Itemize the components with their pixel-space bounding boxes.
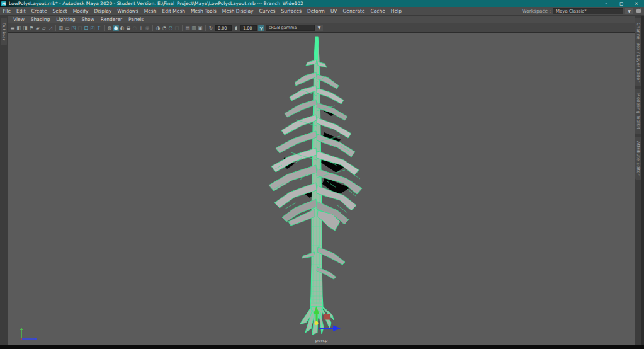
grease-pencil-frame-icon[interactable]: ▱ — [41, 25, 47, 31]
panel-icon-toolbar: ▬ ◧ ◨ ⚑ ▰ ▱ ◿ ⊞ ▭ ◳ ▢ ⊡ ◰ T ◍ ● ◐ ◒ ◌ + … — [8, 23, 635, 33]
menu-file[interactable]: File — [0, 7, 14, 16]
view-transform-arrow-icon[interactable]: ▼ — [315, 25, 323, 31]
default-light-icon[interactable]: + — [138, 25, 144, 31]
layout-four-pane-icon[interactable]: ⊞ — [58, 25, 64, 31]
menu-modify[interactable]: Modify — [70, 7, 91, 16]
grease-pencil-clear-icon[interactable]: ◿ — [47, 25, 54, 31]
menu-help[interactable]: Help — [388, 7, 404, 16]
menu-cache[interactable]: Cache — [368, 7, 388, 16]
menu-deform[interactable]: Deform — [304, 7, 327, 16]
right-panel-strip: Channel Box / Layer Editor Modeling Tool… — [635, 16, 641, 345]
menu-edit-mesh[interactable]: Edit Mesh — [159, 7, 188, 16]
maximize-button[interactable]: ◻ — [614, 0, 629, 7]
menu-windows[interactable]: Windows — [115, 7, 141, 16]
perspective-viewport[interactable]: persp — [8, 33, 635, 345]
view-transform-dropdown[interactable]: sRGB gamma — [266, 25, 315, 31]
tab-attribute-editor[interactable]: Attribute Editor — [635, 137, 641, 180]
toolbar-divider — [104, 25, 105, 31]
layout-three-pane-icon[interactable]: ▢ — [77, 25, 83, 31]
toolbar-divider — [152, 25, 153, 31]
maya-logo-icon: M — [1, 1, 6, 6]
workspace-dropdown-arrow-icon[interactable]: ▼ — [625, 8, 633, 14]
gamma-field[interactable]: 1.00 — [240, 25, 257, 31]
gate-mask-icon[interactable]: ▣ — [197, 25, 203, 31]
minimize-button[interactable]: – — [599, 0, 614, 7]
grease-pencil-icon[interactable]: ▰ — [35, 25, 41, 31]
panel-menu-bar: View Shading Lighting Show Renderer Pane… — [8, 16, 635, 23]
work-area: Outliner View Shading Lighting Show Rend… — [0, 16, 644, 345]
menu-curves[interactable]: Curves — [256, 7, 278, 16]
gamma-icon[interactable]: ◖ — [233, 25, 239, 31]
menu-select[interactable]: Select — [50, 7, 70, 16]
menu-generate[interactable]: Generate — [340, 7, 368, 16]
main-menu-bar: File Edit Create Select Modify Display W… — [0, 7, 644, 16]
bottom-bar — [0, 345, 644, 349]
workspace-dropdown[interactable]: Maya Classic* — [553, 8, 623, 14]
workspace-lock-icon[interactable] — [636, 9, 641, 13]
menu-mesh-display[interactable]: Mesh Display — [219, 7, 256, 16]
tree-top-spike — [315, 37, 318, 60]
view-axis-icon — [20, 328, 37, 340]
tree-branches-left — [269, 60, 317, 258]
wireframe-mode-icon[interactable]: ◍ — [106, 25, 113, 31]
film-gate-icon[interactable]: ▤ — [184, 25, 191, 31]
title-bar: M LowPolysLayout.mb* - Autodesk Maya 202… — [0, 0, 644, 7]
menu-edit[interactable]: Edit — [14, 7, 29, 16]
toolbar-divider — [55, 25, 56, 31]
close-button[interactable]: × — [629, 0, 644, 7]
layout-text-icon[interactable]: T — [96, 25, 102, 31]
camera-label: persp — [315, 338, 328, 343]
manipulator-x-handle[interactable] — [324, 314, 330, 320]
menu-mesh-tools[interactable]: Mesh Tools — [188, 7, 220, 16]
view-transform-icon[interactable]: γ — [258, 25, 264, 31]
layout-outliner-icon[interactable]: ◰ — [89, 25, 96, 31]
isolate-select-icon[interactable]: ○ — [167, 25, 174, 31]
layout-split-icon[interactable]: ⊡ — [83, 25, 89, 31]
use-all-lights-icon[interactable]: ◒ — [125, 25, 132, 31]
shaded-mode-icon[interactable]: ● — [113, 25, 119, 31]
maya-window: { "title_bar": { "logo": "M", "title": "… — [0, 0, 644, 349]
tab-modeling-toolkit[interactable]: Modeling Toolkit — [635, 89, 641, 134]
panel-menu-lighting[interactable]: Lighting — [53, 16, 78, 22]
shadows-icon[interactable]: ◌ — [132, 25, 138, 31]
xray-icon[interactable]: ◑ — [155, 25, 161, 31]
panel-menu-panels[interactable]: Panels — [125, 16, 147, 22]
camera-attributes-icon[interactable]: ◨ — [22, 25, 28, 31]
window-controls: – ◻ × — [599, 0, 644, 7]
menu-create[interactable]: Create — [28, 7, 50, 16]
bookmark-icon[interactable]: ⚑ — [28, 25, 35, 31]
xray-joints-icon[interactable]: ◔ — [161, 25, 167, 31]
lock-camera-icon[interactable]: ◧ — [16, 25, 22, 31]
toolbar-divider — [182, 25, 183, 31]
left-panel-strip: Outliner — [0, 16, 8, 345]
viewport-canvas[interactable] — [8, 33, 635, 345]
panel-menu-shading[interactable]: Shading — [28, 16, 53, 22]
toolbar-divider — [205, 25, 206, 31]
panel-menu-view[interactable]: View — [10, 16, 28, 22]
exposure-icon[interactable]: ↻ — [208, 25, 214, 31]
layout-single-pane-icon[interactable]: ▭ — [64, 25, 71, 31]
menu-surfaces[interactable]: Surfaces — [278, 7, 304, 16]
viewport-panel: View Shading Lighting Show Renderer Pane… — [8, 16, 635, 345]
window-title: LowPolysLayout.mb* - Autodesk Maya 2020 … — [9, 1, 303, 6]
workspace-selector: Workspace : Maya Classic* ▼ — [522, 8, 644, 14]
display-dim-icon[interactable]: ▢ — [174, 25, 180, 31]
resolution-gate-icon[interactable]: ▥ — [191, 25, 197, 31]
select-camera-icon[interactable]: ▬ — [9, 25, 16, 31]
textured-mode-icon[interactable]: ◐ — [119, 25, 125, 31]
tab-outliner[interactable]: Outliner — [1, 18, 7, 45]
occlusion-icon[interactable]: ◉ — [144, 25, 150, 31]
panel-menu-renderer[interactable]: Renderer — [98, 16, 125, 22]
tab-channel-box-layer-editor[interactable]: Channel Box / Layer Editor — [635, 18, 641, 86]
layout-two-pane-icon[interactable]: ◳ — [71, 25, 77, 31]
manipulator-center-handle[interactable] — [315, 321, 319, 325]
menu-mesh[interactable]: Mesh — [141, 7, 159, 16]
exposure-field[interactable]: 0.00 — [215, 25, 232, 31]
workspace-label: Workspace : — [522, 8, 551, 14]
tree-model[interactable] — [269, 37, 362, 335]
right-edge-column — [641, 16, 644, 345]
panel-menu-show[interactable]: Show — [79, 16, 98, 22]
menu-uv[interactable]: UV — [327, 7, 340, 16]
menu-display[interactable]: Display — [91, 7, 115, 16]
